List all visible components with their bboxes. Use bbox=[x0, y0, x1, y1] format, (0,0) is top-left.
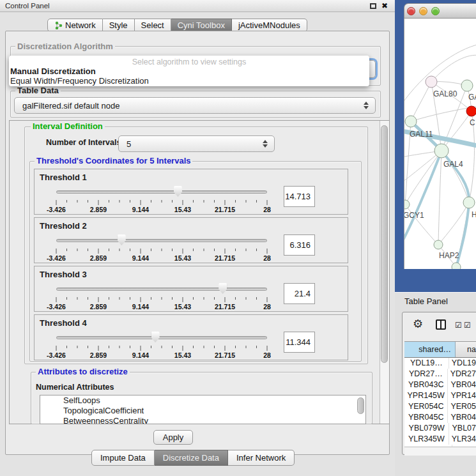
cell-name: YER05 bbox=[448, 401, 476, 412]
network-edge[interactable] bbox=[438, 151, 441, 245]
node-label: GCY1 bbox=[404, 211, 424, 220]
network-node[interactable] bbox=[434, 144, 449, 158]
number-of-intervals-combobox[interactable]: 5 bbox=[118, 135, 275, 152]
tab-cyni-toolbox[interactable]: Cyni Toolbox bbox=[171, 19, 232, 32]
threshold-panel: Threshold 3-3.4262.8599.14415.4321.71528… bbox=[34, 266, 348, 312]
dropdown-item-equal-width[interactable]: Equal Width/Frequency Discretization bbox=[9, 76, 369, 86]
network-view-canvas[interactable]: GAL80GACGAL11GAL4GCY1HHAP2 bbox=[404, 19, 476, 269]
slider-track[interactable] bbox=[56, 288, 267, 291]
tab-select[interactable]: Select bbox=[135, 19, 171, 32]
numerical-attributes-label: Numerical Attributes bbox=[36, 383, 114, 392]
attribute-item[interactable]: BetweennessCentrality bbox=[40, 416, 365, 424]
slider-track[interactable] bbox=[56, 190, 267, 194]
node-label: H bbox=[472, 210, 476, 219]
table-row[interactable]: YBR043CYBR04 bbox=[404, 380, 476, 390]
numerical-attributes-list[interactable]: SelfLoopsTopologicalCoefficientBetweenne… bbox=[40, 395, 366, 424]
slider-thumb[interactable] bbox=[174, 186, 182, 197]
tab-label: Cyni Toolbox bbox=[178, 20, 225, 30]
network-node[interactable] bbox=[434, 240, 443, 249]
list-scrollbar-thumb[interactable] bbox=[357, 397, 364, 414]
table-row[interactable]: YDL19…YDL19 bbox=[404, 358, 476, 369]
window-zoom-icon[interactable] bbox=[431, 7, 440, 15]
horizontal-scrollbar[interactable] bbox=[404, 447, 476, 456]
vertical-scrollbar-thumb[interactable] bbox=[381, 125, 388, 363]
cell-name: YBR04 bbox=[448, 380, 476, 390]
table-row[interactable]: YLR345WYLR34 bbox=[404, 434, 476, 445]
cell-name: YPR14 bbox=[448, 390, 476, 401]
float-window-icon[interactable] bbox=[370, 3, 376, 9]
node-label: GAL11 bbox=[410, 130, 433, 139]
threshold-value-field[interactable]: 6.316 bbox=[284, 234, 315, 256]
attribute-item[interactable]: SelfLoops bbox=[40, 395, 365, 406]
svg-text:28: 28 bbox=[263, 351, 271, 359]
tab-style[interactable]: Style bbox=[103, 19, 135, 32]
tab-label: Discretize Data bbox=[163, 453, 219, 463]
network-edge[interactable] bbox=[441, 151, 469, 203]
slider-thumb[interactable] bbox=[219, 283, 227, 294]
combobox-arrows-icon bbox=[263, 140, 268, 148]
tab-discretize-data[interactable]: Discretize Data bbox=[155, 450, 228, 466]
network-node[interactable] bbox=[463, 197, 475, 208]
slider-thumb[interactable] bbox=[151, 332, 160, 342]
threshold-value-field[interactable]: 21.4 bbox=[284, 283, 315, 304]
threshold-value-field[interactable]: 14.713 bbox=[284, 186, 315, 207]
network-node[interactable] bbox=[405, 116, 417, 127]
table-data-combobox[interactable]: galFiltered.sif default node bbox=[14, 97, 376, 114]
cell-name: YDL19 bbox=[449, 358, 476, 369]
cell-name: YBL07 bbox=[449, 423, 476, 434]
column-header-shared[interactable]: shared… bbox=[404, 342, 456, 357]
table-header-row: shared… na bbox=[404, 341, 476, 358]
svg-text:21.715: 21.715 bbox=[215, 206, 235, 213]
tab-infer-network[interactable]: Infer Network bbox=[228, 450, 295, 466]
network-edge[interactable] bbox=[404, 151, 441, 243]
svg-text:28: 28 bbox=[263, 206, 271, 213]
svg-text:21.715: 21.715 bbox=[215, 254, 235, 262]
svg-text:2.859: 2.859 bbox=[90, 303, 107, 311]
window-minimize-icon[interactable] bbox=[419, 7, 427, 15]
slider-track[interactable] bbox=[56, 336, 267, 339]
network-edge[interactable] bbox=[441, 151, 469, 203]
slider-thumb[interactable] bbox=[118, 234, 126, 245]
network-node[interactable] bbox=[426, 76, 437, 88]
table-row[interactable]: YDR27…YDR27 bbox=[404, 369, 476, 380]
tab-network[interactable]: Network bbox=[47, 19, 103, 32]
network-edge[interactable] bbox=[411, 82, 431, 121]
tab-label: Network bbox=[65, 20, 96, 30]
network-edge[interactable] bbox=[431, 55, 476, 82]
slider-ticks: -3.4262.8599.14415.4321.71528 bbox=[52, 345, 272, 360]
slider-track[interactable] bbox=[56, 239, 267, 242]
split-columns-icon[interactable] bbox=[436, 319, 446, 330]
window-close-icon[interactable] bbox=[407, 7, 415, 15]
table-row[interactable]: YBR045CYBR04 bbox=[404, 412, 476, 423]
network-node[interactable] bbox=[466, 106, 476, 116]
table-row[interactable]: YBL079WYBL07 bbox=[404, 423, 476, 434]
table-row[interactable]: YPR145WYPR14 bbox=[404, 390, 476, 401]
tab-impute-data[interactable]: Impute Data bbox=[91, 450, 155, 466]
slider-ticks: -3.4262.8599.14415.4321.71528 bbox=[52, 296, 272, 311]
slider-ticks: -3.4262.8599.14415.4321.71528 bbox=[52, 248, 272, 263]
node-label: GA bbox=[468, 93, 476, 102]
table-row[interactable]: YER054CYER05 bbox=[404, 401, 476, 412]
cell-shared-name: YBL079W bbox=[404, 423, 449, 434]
threshold-value-field[interactable]: 11.344 bbox=[284, 332, 315, 353]
network-node[interactable] bbox=[404, 200, 410, 209]
cell-shared-name: YDR27… bbox=[404, 369, 448, 380]
node-label: C bbox=[470, 118, 475, 127]
tab-jactivemnodules[interactable]: jActiveMNodules bbox=[232, 19, 307, 32]
dropdown-prompt-item[interactable]: Select algorithm to view settings bbox=[9, 58, 369, 66]
gear-icon[interactable]: ⚙ bbox=[413, 317, 423, 330]
control-panel-tabs: Network Style Select Cyni Toolbox jActiv… bbox=[47, 19, 307, 32]
attribute-item[interactable]: TopologicalCoefficient bbox=[40, 406, 365, 416]
apply-button[interactable]: Apply bbox=[153, 430, 193, 445]
checkbox-icon[interactable]: ☑ bbox=[455, 321, 462, 330]
combobox-arrows-icon bbox=[364, 102, 369, 109]
dropdown-item-manual[interactable]: Manual Discretization bbox=[9, 66, 369, 76]
cell-shared-name: YPR145W bbox=[404, 390, 448, 401]
column-header-name[interactable]: na bbox=[456, 342, 476, 357]
checkbox-icon[interactable]: ☑ bbox=[464, 321, 471, 330]
svg-text:2.859: 2.859 bbox=[90, 351, 107, 359]
close-icon[interactable]: ✖ bbox=[381, 1, 388, 10]
network-node[interactable] bbox=[461, 80, 473, 91]
network-node[interactable] bbox=[452, 263, 461, 269]
svg-text:2.859: 2.859 bbox=[90, 206, 107, 213]
